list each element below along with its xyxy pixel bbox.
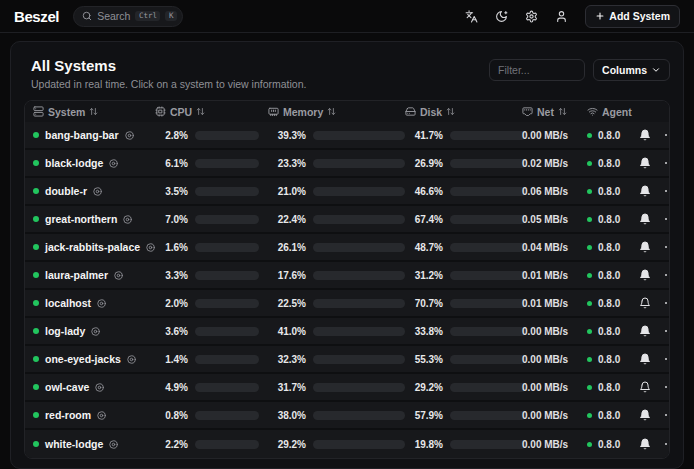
- header-system[interactable]: System: [25, 106, 147, 118]
- columns-label: Columns: [602, 64, 647, 76]
- all-systems-card: All Systems Updated in real time. Click …: [10, 41, 684, 469]
- memory-percent: 22.4%: [268, 214, 306, 225]
- filter-input[interactable]: [489, 59, 585, 81]
- row-menu-ellipsis-icon[interactable]: [657, 443, 670, 445]
- status-up-dot: [33, 216, 39, 222]
- page-title: All Systems: [31, 57, 306, 74]
- memory-meter: [313, 271, 405, 280]
- table-row[interactable]: jack-rabbits-palace 1.6% 26.1% 48.7% 0.0…: [25, 234, 669, 262]
- status-up-dot: [33, 356, 39, 362]
- table-row[interactable]: owl-cave 4.9% 31.7% 29.2% 0.00 MB/s 0.8.…: [25, 374, 669, 402]
- table-body: bang-bang-bar 2.8% 39.3% 41.7% 0.00 MB/s…: [25, 122, 669, 458]
- table-row[interactable]: great-northern 7.0% 22.4% 67.4% 0.05 MB/…: [25, 206, 669, 234]
- system-name: localhost: [45, 297, 91, 309]
- table-row[interactable]: double-r 3.5% 21.0% 46.6% 0.06 MB/s 0.8.…: [25, 178, 669, 206]
- table-row[interactable]: localhost 2.0% 22.5% 70.7% 0.01 MB/s 0.8…: [25, 290, 669, 318]
- agent-version: 0.8.0: [598, 298, 620, 309]
- net-speed: 0.02 MB/s: [522, 158, 568, 169]
- cpu-percent: 0.8%: [155, 410, 188, 421]
- bell-icon[interactable]: [633, 381, 657, 393]
- app-logo: Beszel: [14, 8, 59, 25]
- bell-icon[interactable]: [633, 213, 657, 225]
- bell-icon[interactable]: [633, 185, 657, 197]
- status-up-dot: [33, 244, 39, 250]
- net-speed: 0.01 MB/s: [522, 270, 568, 281]
- header-agent[interactable]: Agent: [579, 106, 633, 118]
- header-memory[interactable]: Memory: [260, 106, 397, 118]
- row-menu-ellipsis-icon[interactable]: [657, 190, 670, 192]
- table-row[interactable]: one-eyed-jacks 1.4% 32.3% 55.3% 0.00 MB/…: [25, 346, 669, 374]
- row-menu-ellipsis-icon[interactable]: [657, 162, 670, 164]
- cpu-meter: [195, 243, 259, 252]
- status-up-dot: [33, 328, 39, 334]
- bell-icon[interactable]: [633, 353, 657, 365]
- row-menu-ellipsis-icon[interactable]: [657, 414, 670, 416]
- table-row[interactable]: black-lodge 6.1% 23.3% 26.9% 0.02 MB/s 0…: [25, 150, 669, 178]
- memory-meter: [313, 299, 405, 308]
- disk-percent: 33.8%: [405, 326, 443, 337]
- row-menu-ellipsis-icon[interactable]: [657, 246, 670, 248]
- cpu-meter: [195, 355, 259, 364]
- system-copy-icon: [91, 327, 100, 336]
- bell-icon[interactable]: [633, 409, 657, 421]
- bell-icon[interactable]: [633, 157, 657, 169]
- net-speed: 0.00 MB/s: [522, 326, 568, 337]
- columns-dropdown-button[interactable]: Columns: [593, 59, 670, 81]
- bell-icon[interactable]: [633, 129, 657, 141]
- wifi-icon: [587, 106, 598, 117]
- languages-icon[interactable]: [459, 4, 483, 28]
- bell-icon[interactable]: [633, 269, 657, 281]
- memory-stick-icon: [268, 106, 279, 117]
- search-input[interactable]: Search Ctrl K: [73, 6, 183, 27]
- row-menu-ellipsis-icon[interactable]: [657, 134, 670, 136]
- system-copy-icon: [125, 131, 134, 140]
- kbd-k: K: [165, 11, 177, 22]
- system-name: black-lodge: [45, 157, 103, 169]
- header-disk[interactable]: Disk: [397, 106, 514, 118]
- table-row[interactable]: log-lady 3.6% 41.0% 33.8% 0.00 MB/s 0.8.…: [25, 318, 669, 346]
- moon-star-icon[interactable]: [489, 4, 513, 28]
- bell-icon[interactable]: [633, 297, 657, 309]
- header-cpu[interactable]: CPU: [147, 106, 260, 118]
- table-row[interactable]: laura-palmer 3.3% 17.6% 31.2% 0.01 MB/s …: [25, 262, 669, 290]
- cpu-percent: 2.8%: [155, 130, 188, 141]
- bell-icon[interactable]: [633, 438, 657, 450]
- table-row[interactable]: red-room 0.8% 38.0% 57.9% 0.00 MB/s 0.8.…: [25, 402, 669, 430]
- table-row[interactable]: bang-bang-bar 2.8% 39.3% 41.7% 0.00 MB/s…: [25, 122, 669, 150]
- row-menu-ellipsis-icon[interactable]: [657, 330, 670, 332]
- row-menu-ellipsis-icon[interactable]: [657, 386, 670, 388]
- sort-arrows-icon: [89, 107, 98, 116]
- add-system-button[interactable]: Add System: [585, 5, 680, 28]
- system-name: jack-rabbits-palace: [45, 241, 140, 253]
- net-speed: 0.06 MB/s: [522, 186, 568, 197]
- status-up-dot: [33, 272, 39, 278]
- row-menu-ellipsis-icon[interactable]: [657, 274, 670, 276]
- agent-version: 0.8.0: [598, 439, 620, 450]
- system-copy-icon: [109, 440, 118, 449]
- header-disk-label: Disk: [420, 106, 442, 118]
- row-menu-ellipsis-icon[interactable]: [657, 358, 670, 360]
- bell-icon[interactable]: [633, 325, 657, 337]
- net-speed: 0.04 MB/s: [522, 242, 568, 253]
- agent-status-dot: [587, 189, 592, 194]
- disk-percent: 48.7%: [405, 242, 443, 253]
- row-menu-ellipsis-icon[interactable]: [657, 302, 670, 304]
- status-up-dot: [33, 384, 39, 390]
- system-copy-icon: [97, 299, 106, 308]
- chevron-down-icon: [651, 65, 661, 75]
- table-row[interactable]: white-lodge 2.2% 29.2% 19.8% 0.00 MB/s 0…: [25, 430, 669, 458]
- systems-table: System CPU Memory Disk Net: [24, 100, 670, 459]
- system-name: great-northern: [45, 213, 117, 225]
- header-agent-label: Agent: [602, 106, 632, 118]
- settings-gear-icon[interactable]: [519, 4, 543, 28]
- cpu-percent: 6.1%: [155, 158, 188, 169]
- agent-version: 0.8.0: [598, 382, 620, 393]
- row-menu-ellipsis-icon[interactable]: [657, 218, 670, 220]
- cpu-percent: 3.3%: [155, 270, 188, 281]
- cpu-meter: [195, 411, 259, 420]
- user-icon[interactable]: [549, 4, 573, 28]
- disk-percent: 55.3%: [405, 354, 443, 365]
- bell-icon[interactable]: [633, 241, 657, 253]
- header-net[interactable]: Net: [514, 106, 579, 118]
- system-name: bang-bang-bar: [45, 129, 119, 141]
